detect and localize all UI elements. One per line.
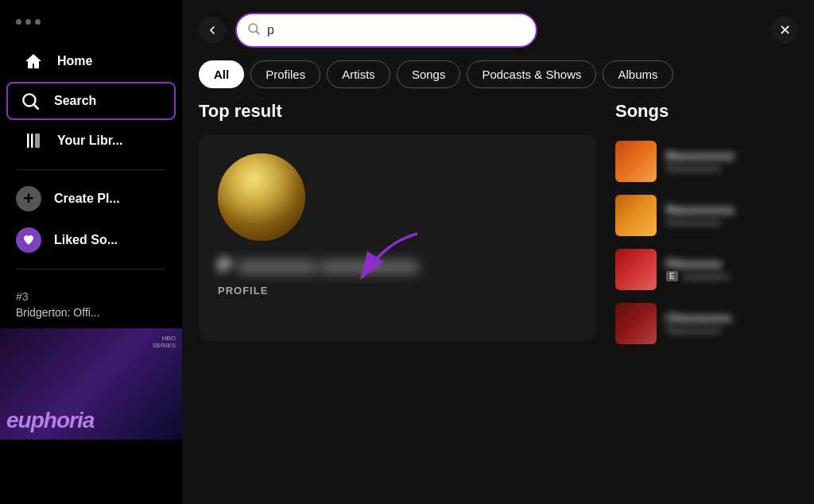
svg-rect-3: [31, 134, 33, 148]
search-header: ✕: [183, 0, 814, 60]
sidebar-nav: Home Search Your Libr...: [0, 41, 182, 161]
sidebar-liked-songs[interactable]: Liked So...: [0, 219, 182, 261]
song-thumb-1: [615, 141, 657, 182]
song-title-2: Raxxxxxxxx: [666, 203, 798, 216]
svg-rect-2: [27, 134, 29, 148]
tab-podcasts[interactable]: Podcasts & Shows: [467, 60, 596, 88]
tab-profiles[interactable]: Profiles: [250, 60, 320, 88]
song-artist-2: Doxxxxxxxx: [666, 216, 798, 228]
profile-name: P xxxxxxxx xxxxxxxxxx: [218, 254, 577, 278]
profile-name-rest: xxxxxxxx xxxxxxxxxx: [238, 256, 417, 277]
sidebar-divider-1: [16, 169, 166, 170]
song-item-1[interactable]: Raxxxxxxxx Raxxxxxxxx: [615, 134, 798, 188]
sidebar-divider-2: [16, 269, 166, 269]
sidebar-library-label: Your Libr...: [57, 134, 122, 148]
album-series-label: HBOSERIES: [153, 335, 176, 349]
album-overlay-text: euphoria: [6, 408, 94, 433]
filter-tabs: All Profiles Artists Songs Podcasts & Sh…: [183, 60, 814, 101]
back-button[interactable]: [199, 17, 226, 44]
songs-heading: Songs: [615, 101, 798, 122]
top-result-heading: Top result: [199, 101, 596, 122]
playlist-title: Bridgerton: Offi...: [16, 306, 166, 319]
tab-artists[interactable]: Artists: [327, 60, 390, 88]
song-thumb-3: [615, 249, 657, 290]
top-result-section: Top result P xxxxxxxx xxxxxxxxxx PROFILE: [199, 101, 596, 504]
search-bar-icon: [246, 21, 261, 40]
profile-name-letter: P: [218, 254, 231, 278]
svg-line-6: [256, 31, 258, 33]
profile-avatar: [218, 153, 305, 241]
song-artist-3: xxxxxxxxx: [683, 270, 730, 282]
top-result-card[interactable]: P xxxxxxxx xxxxxxxxxx PROFILE: [199, 134, 596, 341]
songs-section: Songs Raxxxxxxxx Raxxxxxxxx: [596, 101, 798, 504]
svg-line-1: [34, 105, 38, 109]
sidebar: Home Search Your Libr... +: [0, 0, 183, 504]
tab-all[interactable]: All: [199, 60, 244, 88]
song-info-2: Raxxxxxxxx Doxxxxxxxx: [666, 203, 798, 228]
song-artist-4: Haxxxxxxxx: [666, 324, 798, 336]
create-playlist-label: Create Pl...: [54, 192, 120, 206]
window-controls: [0, 13, 182, 41]
sidebar-item-home[interactable]: Home: [6, 42, 176, 80]
song-info-4: Clxxxxxxxx Haxxxxxxxx: [666, 311, 798, 336]
sidebar-item-search[interactable]: Search: [6, 82, 176, 120]
dot-1: [16, 19, 21, 25]
song-item-2[interactable]: Raxxxxxxxx Doxxxxxxxx: [615, 188, 798, 242]
song-info-3: PSxxxxxx E xxxxxxxxx: [666, 257, 798, 282]
library-icon: [22, 130, 45, 152]
profile-type-label: PROFILE: [218, 285, 577, 297]
heart-icon: [16, 227, 41, 253]
sidebar-item-library[interactable]: Your Libr...: [6, 122, 176, 160]
dot-2: [25, 19, 31, 25]
tab-albums[interactable]: Albums: [603, 60, 673, 88]
song-thumb-4: [615, 303, 657, 344]
sidebar-home-label: Home: [57, 54, 92, 68]
sidebar-create-playlist[interactable]: + Create Pl...: [0, 178, 182, 219]
svg-rect-4: [35, 134, 40, 148]
song-title-3: PSxxxxxx: [666, 257, 798, 270]
song-item-3[interactable]: PSxxxxxx E xxxxxxxxx: [615, 242, 798, 297]
explicit-badge-3: E: [666, 271, 678, 281]
liked-songs-label: Liked So...: [54, 233, 118, 247]
plus-icon: +: [16, 186, 41, 211]
song-item-4[interactable]: Clxxxxxxxx Haxxxxxxxx: [615, 297, 798, 351]
song-info-1: Raxxxxxxxx Raxxxxxxxx: [666, 149, 798, 174]
clear-button[interactable]: ✕: [771, 17, 798, 44]
main-content: ✕ All Profiles Artists Songs Podcasts & …: [183, 0, 814, 504]
search-icon: [19, 90, 41, 112]
sidebar-album-art[interactable]: HBOSERIES euphoria: [0, 328, 182, 440]
results-area: Top result P xxxxxxxx xxxxxxxxxx PROFILE: [183, 101, 814, 504]
search-input[interactable]: [267, 23, 526, 37]
song-title-1: Raxxxxxxxx: [666, 149, 798, 162]
dot-3: [35, 19, 41, 25]
song-thumb-2: [615, 195, 657, 236]
song-artist-1: Raxxxxxxxx: [666, 162, 798, 174]
tab-songs[interactable]: Songs: [397, 60, 461, 88]
sidebar-playlist-section[interactable]: #3 Bridgerton: Offi...: [0, 290, 182, 319]
home-icon: [22, 50, 45, 72]
song-title-4: Clxxxxxxxx: [666, 311, 798, 324]
sidebar-search-label: Search: [54, 94, 96, 108]
playlist-number: #3: [16, 290, 166, 303]
search-bar[interactable]: [235, 13, 537, 48]
